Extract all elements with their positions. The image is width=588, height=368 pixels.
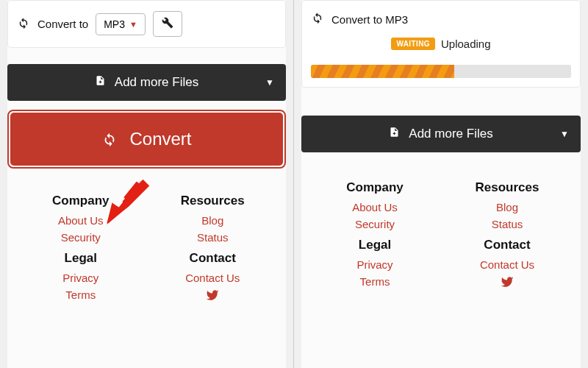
link-contact-us[interactable]: Contact Us <box>185 272 240 284</box>
refresh-icon <box>17 16 30 32</box>
convert-button-outline: Convert <box>7 110 286 169</box>
status-text: Uploading <box>441 38 491 50</box>
footer-legal: Legal Privacy Terms <box>15 251 147 305</box>
convert-to-label: Convert to <box>37 18 88 30</box>
panel-left: Convert to MP3 ▼ Add more Files ▼ Conver… <box>0 0 294 368</box>
footer-company: Company About Us Security <box>15 194 147 244</box>
convert-row: Convert to MP3 ▼ <box>17 7 276 41</box>
link-terms[interactable]: Terms <box>360 275 390 288</box>
link-status[interactable]: Status <box>492 218 523 230</box>
link-blog[interactable]: Blog <box>496 201 518 213</box>
footer-head-contact: Contact <box>190 251 236 266</box>
file-add-icon <box>389 126 400 142</box>
chevron-down-icon: ▼ <box>560 129 569 139</box>
footer-resources: Resources Blog Status <box>441 180 573 230</box>
footer-contact: Contact Contact Us <box>147 251 279 305</box>
footer-left: Company About Us Security Resources Blog… <box>7 183 286 319</box>
footer-legal: Legal Privacy Terms <box>309 238 441 291</box>
format-select[interactable]: MP3 ▼ <box>96 13 146 35</box>
panel-right: Convert to MP3 WAITING Uploading Add mor… <box>294 0 588 368</box>
link-privacy[interactable]: Privacy <box>62 272 98 284</box>
convert-card-right: Convert to MP3 WAITING Uploading <box>301 0 581 88</box>
link-contact-us[interactable]: Contact Us <box>480 258 534 271</box>
add-more-files-button[interactable]: Add more Files ▼ <box>301 116 581 152</box>
twitter-icon[interactable] <box>501 275 514 291</box>
format-value: MP3 <box>104 18 125 30</box>
add-more-files-button[interactable]: Add more Files ▼ <box>7 64 286 101</box>
link-about-us[interactable]: About Us <box>352 201 398 213</box>
link-security[interactable]: Security <box>61 231 101 244</box>
file-add-icon <box>95 74 106 91</box>
footer-company: Company About Us Security <box>309 180 441 230</box>
add-more-label: Add more Files <box>115 75 198 90</box>
upload-progress <box>311 65 571 78</box>
refresh-icon <box>311 11 324 27</box>
refresh-icon <box>101 131 118 147</box>
panel-right-inner: Convert to MP3 WAITING Uploading Add mor… <box>301 0 581 368</box>
link-privacy[interactable]: Privacy <box>356 258 392 271</box>
link-about-us[interactable]: About Us <box>58 214 104 227</box>
settings-button[interactable] <box>153 11 182 37</box>
footer-contact: Contact Contact Us <box>441 238 573 291</box>
footer-head-resources: Resources <box>476 180 539 195</box>
footer-head-company: Company <box>52 194 109 208</box>
wrench-icon <box>162 17 173 29</box>
convert-label: Convert <box>129 129 191 149</box>
link-terms[interactable]: Terms <box>65 289 96 301</box>
chevron-down-icon: ▼ <box>129 20 137 29</box>
footer-head-resources: Resources <box>181 194 245 208</box>
link-blog[interactable]: Blog <box>201 214 223 227</box>
status-row: WAITING Uploading <box>311 38 571 50</box>
twitter-icon[interactable] <box>206 289 219 305</box>
footer-head-legal: Legal <box>65 251 97 266</box>
footer-resources: Resources Blog Status <box>147 194 279 244</box>
convert-card-left: Convert to MP3 ▼ <box>7 0 286 48</box>
footer-head-legal: Legal <box>359 238 391 252</box>
link-status[interactable]: Status <box>197 231 229 244</box>
footer-head-company: Company <box>346 180 403 195</box>
status-badge: WAITING <box>391 38 435 50</box>
link-security[interactable]: Security <box>355 218 395 230</box>
panel-left-inner: Convert to MP3 ▼ Add more Files ▼ Conver… <box>7 0 286 368</box>
upload-progress-bar <box>311 65 454 78</box>
footer-head-contact: Contact <box>484 238 530 252</box>
convert-button[interactable]: Convert <box>10 113 283 166</box>
add-more-label: Add more Files <box>409 127 492 141</box>
convert-to-label: Convert to MP3 <box>331 13 408 26</box>
convert-row: Convert to MP3 <box>311 7 571 32</box>
footer-right: Company About Us Security Resources Blog… <box>301 170 581 306</box>
chevron-down-icon: ▼ <box>265 77 274 88</box>
